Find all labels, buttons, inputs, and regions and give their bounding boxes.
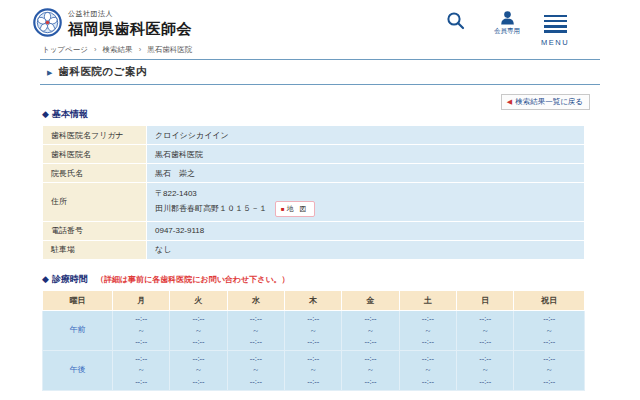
address-line: 田川郡香春町高野１０１５－１■地 図 xyxy=(155,201,576,218)
search-icon xyxy=(446,11,465,30)
basic-info-table: 歯科医院名フリガナ クロイシシカイイン 歯科医院名 黒石歯科医院 院長氏名 黒石… xyxy=(42,125,585,260)
back-to-results-label: 検索結果一覧に戻る xyxy=(515,97,583,106)
site-header: 公益社団法人 福岡県歯科医師会 会員専用 MENU xyxy=(0,0,640,44)
row-value: 〒822-1403 田川郡香春町高野１０１５－１■地 図 xyxy=(147,183,585,222)
diamond-icon: ◆ xyxy=(42,109,49,119)
main-content: ◆ 基本情報 歯科医院名フリガナ クロイシシカイイン 歯科医院名 黒石歯科医院 … xyxy=(42,108,585,400)
breadcrumb-search-results[interactable]: 検索結果 xyxy=(103,45,133,54)
column-header: 日 xyxy=(457,290,514,310)
time-cell: --:--～--:-- xyxy=(227,310,284,350)
org-logo xyxy=(33,8,62,37)
time-cell: --:--～--:-- xyxy=(285,310,342,350)
column-header: 金 xyxy=(342,290,399,310)
postal-code: 〒822-1403 xyxy=(155,187,576,201)
row-label: 午後 xyxy=(43,350,113,390)
time-cell: --:--～--:-- xyxy=(170,350,227,390)
hours-heading: ◆ 診療時間 （詳細は事前に各歯科医院にお問い合わせ下さい。） xyxy=(42,273,585,286)
row-value: クロイシシカイイン xyxy=(147,126,585,145)
row-label: 駐車場 xyxy=(43,240,147,259)
row-value: なし xyxy=(147,240,585,259)
page-title: 歯科医院のご案内 xyxy=(58,65,147,79)
row-value: 0947-32-9118 xyxy=(147,221,585,240)
triangle-right-icon: ▶ xyxy=(47,69,52,76)
row-label: 午前 xyxy=(43,310,113,350)
time-cell: --:--～--:-- xyxy=(113,310,170,350)
breadcrumb-home[interactable]: トップページ xyxy=(42,45,88,54)
table-row: 駐車場 なし xyxy=(43,240,585,259)
back-arrow-icon: ◀ xyxy=(507,98,512,105)
row-label: 歯科医院名フリガナ xyxy=(43,126,147,145)
time-cell: --:--～--:-- xyxy=(514,350,585,390)
row-label: 住所 xyxy=(43,183,147,222)
breadcrumb-current: 黒石歯科医院 xyxy=(147,45,192,54)
table-row: 電話番号 0947-32-9118 xyxy=(43,221,585,240)
hours-row-morning: 午前 --:--～--:-- --:--～--:-- --:--～--:-- -… xyxy=(43,310,585,350)
map-marker-icon: ■ xyxy=(281,206,285,212)
hours-section: ◆ 診療時間 （詳細は事前に各歯科医院にお問い合わせ下さい。） 曜日 月 火 水… xyxy=(42,273,585,391)
column-header: 水 xyxy=(227,290,284,310)
flower-logo-icon xyxy=(33,8,62,37)
back-row: ◀検索結果一覧に戻る xyxy=(0,90,590,104)
table-row-address: 住所 〒822-1403 田川郡香春町高野１０１５－１■地 図 xyxy=(43,183,585,222)
member-button[interactable]: 会員専用 xyxy=(494,11,520,36)
org-name[interactable]: 福岡県歯科医師会 xyxy=(68,20,192,39)
column-header: 木 xyxy=(285,290,342,310)
time-cell: --:--～--:-- xyxy=(457,310,514,350)
column-header: 火 xyxy=(170,290,227,310)
table-row: 歯科医院名 黒石歯科医院 xyxy=(43,145,585,164)
table-row: 歯科医院名フリガナ クロイシシカイイン xyxy=(43,126,585,145)
map-button[interactable]: ■地 図 xyxy=(275,201,315,218)
table-row: 院長氏名 黒石 崇之 xyxy=(43,164,585,183)
time-cell: --:--～--:-- xyxy=(227,350,284,390)
row-label: 歯科医院名 xyxy=(43,145,147,164)
hours-note: （詳細は事前に各歯科医院にお問い合わせ下さい。） xyxy=(96,274,290,285)
menu-button[interactable]: MENU xyxy=(541,12,569,47)
time-cell: --:--～--:-- xyxy=(285,350,342,390)
row-value: 黒石 崇之 xyxy=(147,164,585,183)
row-label: 電話番号 xyxy=(43,221,147,240)
time-cell: --:--～--:-- xyxy=(399,350,456,390)
member-label: 会員専用 xyxy=(494,27,520,36)
column-header: 祝日 xyxy=(514,290,585,310)
column-header: 曜日 xyxy=(43,290,113,310)
time-cell: --:--～--:-- xyxy=(514,310,585,350)
basic-info-section: ◆ 基本情報 歯科医院名フリガナ クロイシシカイイン 歯科医院名 黒石歯科医院 … xyxy=(42,108,585,260)
row-label: 院長氏名 xyxy=(43,164,147,183)
breadcrumb-separator: › xyxy=(139,45,142,54)
search-button[interactable] xyxy=(446,11,465,30)
page-title-bar: ▶ 歯科医院のご案内 xyxy=(40,59,600,85)
column-header: 土 xyxy=(399,290,456,310)
menu-label: MENU xyxy=(541,38,569,47)
time-cell: --:--～--:-- xyxy=(457,350,514,390)
org-title-block: 公益社団法人 福岡県歯科医師会 xyxy=(68,9,192,39)
hamburger-icon xyxy=(544,12,567,35)
diamond-icon: ◆ xyxy=(42,274,49,284)
org-type: 公益社団法人 xyxy=(68,9,192,19)
page: 公益社団法人 福岡県歯科医師会 会員専用 MENU トップページ › 検索結果 xyxy=(0,0,640,400)
time-cell: --:--～--:-- xyxy=(399,310,456,350)
column-header: 月 xyxy=(113,290,170,310)
row-value: 黒石歯科医院 xyxy=(147,145,585,164)
time-cell: --:--～--:-- xyxy=(170,310,227,350)
time-cell: --:--～--:-- xyxy=(342,310,399,350)
hours-table: 曜日 月 火 水 木 金 土 日 祝日 午前 --:--～--:-- --:--… xyxy=(42,290,585,391)
person-icon xyxy=(500,11,515,25)
time-cell: --:--～--:-- xyxy=(113,350,170,390)
hours-header-row: 曜日 月 火 水 木 金 土 日 祝日 xyxy=(43,290,585,310)
breadcrumb-separator: › xyxy=(94,45,97,54)
hours-row-afternoon: 午後 --:--～--:-- --:--～--:-- --:--～--:-- -… xyxy=(43,350,585,390)
back-to-results-button[interactable]: ◀検索結果一覧に戻る xyxy=(501,94,590,110)
time-cell: --:--～--:-- xyxy=(342,350,399,390)
